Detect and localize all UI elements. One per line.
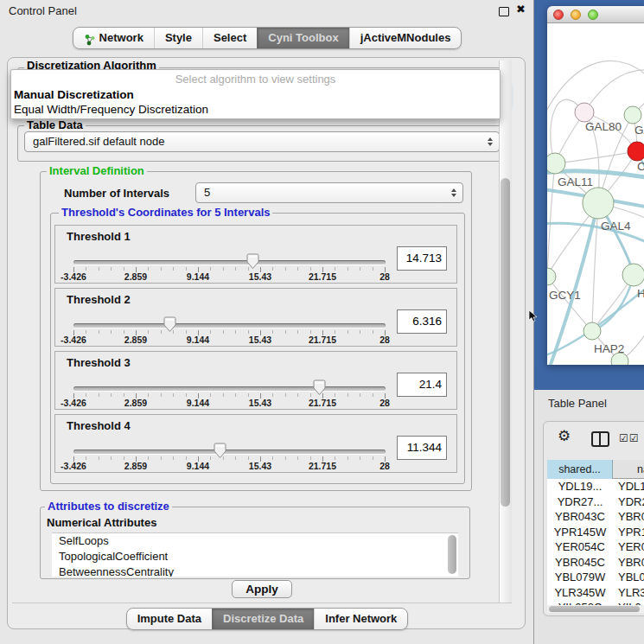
- slider-thumb[interactable]: [313, 379, 326, 399]
- algorithm-option-1[interactable]: Manual Discretization: [13, 87, 498, 102]
- node-label: H: [637, 287, 644, 300]
- slider-track[interactable]: [73, 323, 386, 328]
- gear-icon[interactable]: ⚙: [558, 429, 571, 443]
- close-traffic-light-icon[interactable]: [553, 10, 564, 20]
- slider-tick: [248, 330, 249, 334]
- algorithm-option-2[interactable]: Equal Width/Frequency Discretization: [13, 102, 498, 117]
- network-node[interactable]: [583, 322, 601, 340]
- column-header-shared-name[interactable]: shared...: [547, 460, 613, 479]
- slider-tick: [161, 393, 162, 397]
- float-window-icon[interactable]: [499, 7, 509, 16]
- threshold-value-field[interactable]: 14.713: [397, 246, 447, 271]
- slider-tick: [173, 393, 174, 397]
- tab-network[interactable]: Network: [73, 28, 154, 48]
- attribute-list-item[interactable]: BetweennessCentrality: [52, 564, 458, 577]
- tab-impute-data[interactable]: Impute Data: [127, 609, 212, 629]
- tab-select[interactable]: Select: [202, 28, 257, 48]
- numerical-attributes-label: Numerical Attributes: [47, 516, 156, 529]
- slider-thumb[interactable]: [246, 253, 259, 273]
- slider-tick: [297, 267, 298, 271]
- minimize-traffic-light-icon[interactable]: [571, 10, 581, 20]
- network-node[interactable]: [575, 103, 594, 122]
- threshold-label: Threshold 3: [67, 356, 131, 369]
- table-row[interactable]: YDR27...YDR2: [547, 494, 644, 510]
- network-node[interactable]: [547, 268, 556, 285]
- table-row[interactable]: YLR345WYLR3: [547, 585, 644, 601]
- slider-tick-label: 9.144: [172, 398, 224, 408]
- slider-track[interactable]: [73, 260, 386, 265]
- slider-track[interactable]: [73, 450, 386, 454]
- table-row[interactable]: YBL079WYBL0: [547, 570, 644, 585]
- table-header-row: shared... na: [547, 460, 644, 479]
- slider-tick: [111, 456, 112, 460]
- apply-button[interactable]: Apply: [232, 580, 292, 598]
- table-row[interactable]: YER054CYER0: [547, 539, 644, 555]
- table-row[interactable]: YBR045CYBR0: [547, 555, 644, 571]
- tab-infer-network[interactable]: Infer Network: [314, 609, 407, 629]
- list-scrollbar-thumb[interactable]: [448, 535, 456, 574]
- network-window-titlebar[interactable]: [547, 6, 644, 23]
- attribute-list-item[interactable]: SelfLoops: [52, 533, 458, 549]
- slider-tick-label: -3.426: [48, 271, 99, 282]
- table-data-combobox-value: galFiltered.sif default node: [33, 135, 164, 148]
- zoom-traffic-light-icon[interactable]: [588, 10, 598, 20]
- network-node[interactable]: [628, 142, 644, 161]
- tab-discretize-data[interactable]: Discretize Data: [212, 609, 314, 629]
- slider-tick: [310, 330, 311, 334]
- cell-shared-name: YBR045C: [547, 555, 613, 571]
- tab-label: Infer Network: [325, 609, 397, 629]
- dropdown-placeholder: Select algorithm to view settings: [11, 73, 500, 86]
- slider-tick: [186, 456, 187, 460]
- attribute-list-item[interactable]: TopologicalCoefficient: [52, 549, 458, 564]
- split-view-icon[interactable]: [591, 431, 609, 447]
- cell-shared-name: YPR145W: [547, 525, 613, 540]
- threshold-value-field[interactable]: 21.4: [397, 373, 447, 397]
- interval-definition-title: Interval Definition: [47, 165, 147, 177]
- table-hscrollbar-thumb[interactable]: [549, 606, 640, 612]
- table-row[interactable]: YPR145WYPR1: [547, 525, 644, 540]
- network-canvas[interactable]: GAL80GACGAL11GAL4GCY1HHAP2: [547, 23, 644, 365]
- slider-thumb[interactable]: [214, 443, 226, 462]
- table-data-combobox[interactable]: galFiltered.sif default node: [24, 131, 500, 152]
- node-label: C: [637, 160, 644, 173]
- slider-tick-label: -3.426: [48, 398, 99, 408]
- number-of-intervals-combobox[interactable]: 5: [195, 182, 463, 203]
- slider-tick-label: 21.715: [296, 271, 348, 282]
- slider-tick-label: 15.43: [234, 271, 286, 282]
- threshold-value-field[interactable]: 11.344: [397, 436, 447, 460]
- mouse-cursor: [528, 309, 538, 322]
- panel-scrollbar-thumb[interactable]: [501, 178, 510, 507]
- network-node[interactable]: [622, 264, 644, 286]
- numerical-attributes-list[interactable]: SelfLoopsTopologicalCoefficientBetweenne…: [52, 532, 458, 577]
- network-edge: [584, 70, 644, 112]
- table-row[interactable]: YDL19...YDL1: [547, 479, 644, 494]
- tab-style[interactable]: Style: [154, 28, 202, 48]
- slider-tick: [124, 456, 124, 460]
- slider-tick: [148, 456, 149, 460]
- combo-stepper-icon[interactable]: [486, 132, 494, 151]
- table-data-title: Table Data: [24, 119, 86, 131]
- cell-name: YDR2: [618, 494, 644, 510]
- threshold-value-field[interactable]: 6.316: [397, 309, 447, 334]
- tab-jactivemnodules[interactable]: jActiveMNodules: [349, 28, 462, 48]
- slider-tick-label: -3.426: [48, 335, 99, 345]
- thresholds-title: Threshold's Coordinates for 5 Intervals: [59, 207, 272, 219]
- network-node[interactable]: [547, 153, 565, 174]
- column-header-name[interactable]: na: [637, 460, 644, 479]
- tab-cyni-toolbox[interactable]: Cyni Toolbox: [257, 28, 348, 48]
- network-node[interactable]: [583, 188, 614, 219]
- slider-tick: [99, 456, 99, 460]
- checkbox-icons[interactable]: ☑☑: [619, 432, 640, 444]
- node-table[interactable]: shared... na YDL19...YDL1YDR27...YDR2YBR…: [547, 460, 644, 607]
- close-icon[interactable]: ✖: [516, 3, 526, 16]
- control-panel-window: Control Panel ✖ NetworkStyleSelectCyni T…: [0, 0, 534, 644]
- slider-thumb[interactable]: [163, 316, 176, 336]
- slider-tick: [360, 267, 360, 271]
- slider-tick: [360, 456, 360, 460]
- network-node[interactable]: [624, 106, 641, 124]
- slider-track[interactable]: [73, 386, 386, 391]
- combo-stepper-icon[interactable]: [450, 183, 458, 202]
- table-row[interactable]: YBR043CYBR0: [547, 509, 644, 525]
- table-panel-title: Table Panel: [548, 397, 607, 410]
- slider-tick: [210, 267, 211, 271]
